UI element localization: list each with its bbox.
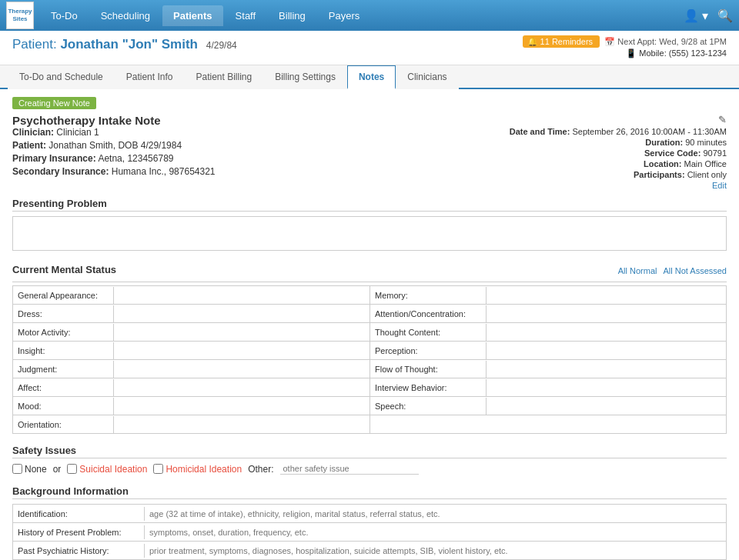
- ms-insight-input[interactable]: [113, 342, 370, 359]
- clinician-row: Clinician: Clinician 1: [12, 127, 216, 138]
- tab-billing-settings[interactable]: Billing Settings: [263, 65, 347, 89]
- ms-thought-content-input[interactable]: [486, 324, 726, 341]
- presenting-problem-input[interactable]: [12, 216, 727, 251]
- ms-row-speech: Speech:: [370, 397, 726, 415]
- ms-perception-input[interactable]: [486, 342, 726, 359]
- nav-payers[interactable]: Payers: [318, 5, 370, 26]
- patient-row: Patient: Jonathan Smith, DOB 4/29/1984: [12, 140, 216, 151]
- ms-row-perception: Perception:: [370, 342, 726, 360]
- patient-name-block: Patient: Jonathan "Jon" Smith 4/29/84: [12, 37, 237, 52]
- ms-row-flow-thought: Flow of Thought:: [370, 360, 726, 378]
- suicidal-label: Suicidal Ideation: [79, 464, 147, 475]
- ms-row-memory: Memory:: [370, 286, 726, 305]
- top-nav: TherapySites To-Do Scheduling Patients S…: [0, 0, 739, 31]
- nav-scheduling[interactable]: Scheduling: [90, 5, 161, 26]
- ms-row-thought-content: Thought Content:: [370, 323, 726, 342]
- nav-billing[interactable]: Billing: [268, 5, 316, 26]
- ms-motor-activity-input[interactable]: [113, 324, 370, 341]
- patient-header: Patient: Jonathan "Jon" Smith 4/29/84 🔔 …: [0, 31, 739, 65]
- bg-past-psych-input[interactable]: [144, 544, 726, 558]
- background-info-title: Background Information: [12, 485, 727, 499]
- ms-judgment-input[interactable]: [113, 361, 370, 378]
- nav-staff[interactable]: Staff: [225, 5, 267, 26]
- bg-row-past-psych: Past Psychiatric History:: [13, 542, 726, 560]
- other-label: Other:: [248, 464, 273, 475]
- nav-items: To-Do Scheduling Patients Staff Billing …: [40, 5, 684, 26]
- user-menu-icon[interactable]: 👤 ▾: [684, 8, 708, 23]
- ms-flow-thought-input[interactable]: [486, 361, 726, 378]
- ms-interview-behavior-input[interactable]: [486, 379, 726, 396]
- mental-status-grid: General Appearance: Dress: Motor Activit…: [12, 285, 727, 434]
- nav-patients[interactable]: Patients: [162, 5, 223, 26]
- phone-icon: 📱: [626, 48, 637, 58]
- primary-ins-row: Primary Insurance: Aetna, 123456789: [12, 153, 216, 164]
- tab-notes[interactable]: Notes: [347, 65, 396, 89]
- mental-status-links: All Normal All Not Assessed: [618, 266, 727, 275]
- tabs-bar: To-Do and Schedule Patient Info Patient …: [0, 65, 739, 89]
- background-info-section: Background Information Identification: H…: [12, 485, 727, 560]
- mental-status-section: Current Mental Status All Normal All Not…: [12, 264, 727, 434]
- note-title-block: Psychotherapy Intake Note Clinician: Cli…: [12, 114, 216, 183]
- ms-row-interview-behavior: Interview Behavior:: [370, 378, 726, 397]
- suicidal-check-item: Suicidal Ideation: [67, 464, 147, 475]
- ms-row-judgment: Judgment:: [13, 360, 370, 378]
- tab-clinicians[interactable]: Clinicians: [396, 65, 458, 89]
- ms-row-affect: Affect:: [13, 378, 370, 397]
- note-details: Clinician: Clinician 1 Patient: Jonathan…: [12, 127, 216, 177]
- nav-todo[interactable]: To-Do: [40, 5, 89, 26]
- ms-row-insight: Insight:: [13, 342, 370, 360]
- edit-link[interactable]: Edit: [712, 181, 727, 190]
- ms-right-col: Memory: Attention/Concentration: Thought…: [370, 286, 726, 434]
- search-icon[interactable]: 🔍: [717, 8, 733, 23]
- all-normal-link[interactable]: All Normal: [618, 266, 657, 275]
- ms-orientation-input[interactable]: [113, 416, 370, 433]
- ms-speech-input[interactable]: [486, 398, 726, 415]
- ms-row-orientation: Orientation:: [13, 415, 370, 434]
- ms-attention-input[interactable]: [486, 305, 726, 322]
- ms-memory-input[interactable]: [486, 287, 726, 304]
- note-meta: ✎ Date and Time: September 26, 2016 10:0…: [510, 114, 727, 192]
- edit-pencil-icon[interactable]: ✎: [718, 114, 727, 125]
- homicidal-checkbox[interactable]: [153, 464, 163, 474]
- patient-name: Patient: Jonathan "Jon" Smith 4/29/84: [12, 37, 237, 52]
- safety-issues-section: Safety Issues None or Suicidal Ideation …: [12, 445, 727, 475]
- ms-dress-input[interactable]: [113, 305, 370, 322]
- ms-row-dress: Dress:: [13, 305, 370, 323]
- nav-right: 👤 ▾ 🔍: [684, 8, 733, 23]
- ms-row-motor-activity: Motor Activity:: [13, 323, 370, 342]
- none-label: None: [25, 464, 47, 475]
- suicidal-checkbox[interactable]: [67, 464, 77, 474]
- ms-row-attention: Attention/Concentration:: [370, 305, 726, 323]
- none-check-item: None: [12, 464, 47, 475]
- content-area: Creating New Note Psychotherapy Intake N…: [0, 89, 739, 560]
- safety-issues-title: Safety Issues: [12, 445, 727, 458]
- presenting-problem-title: Presenting Problem: [12, 198, 727, 212]
- all-not-assessed-link[interactable]: All Not Assessed: [663, 266, 727, 275]
- ms-row-empty: [370, 415, 726, 434]
- tab-patient-info[interactable]: Patient Info: [115, 65, 185, 89]
- note-header: Psychotherapy Intake Note Clinician: Cli…: [12, 114, 727, 192]
- logo[interactable]: TherapySites: [6, 2, 34, 29]
- tab-todo-schedule[interactable]: To-Do and Schedule: [8, 65, 115, 89]
- reminders-badge[interactable]: 🔔 11 Reminders: [523, 35, 600, 48]
- ms-mood-input[interactable]: [113, 398, 370, 415]
- patient-header-right: 🔔 11 Reminders 📅 Next Appt: Wed, 9/28 at…: [523, 37, 727, 58]
- ms-general-appearance-input[interactable]: [113, 287, 370, 304]
- none-checkbox[interactable]: [12, 464, 22, 474]
- bg-history-input[interactable]: [144, 525, 726, 539]
- mental-status-header: Current Mental Status All Normal All Not…: [12, 264, 727, 277]
- safety-other-input[interactable]: [280, 463, 419, 475]
- mobile-info: 📱 Mobile: (555) 123-1234: [626, 48, 727, 58]
- bg-row-identification: Identification:: [13, 505, 726, 523]
- ms-row-mood: Mood:: [13, 397, 370, 415]
- next-appt: 📅 Next Appt: Wed, 9/28 at 1PM: [604, 37, 727, 46]
- presenting-problem-section: Presenting Problem: [12, 198, 727, 253]
- bg-identification-input[interactable]: [144, 507, 726, 521]
- tab-patient-billing[interactable]: Patient Billing: [184, 65, 263, 89]
- ms-affect-input[interactable]: [113, 379, 370, 396]
- secondary-ins-row: Secondary Insurance: Humana Inc., 987654…: [12, 166, 216, 177]
- creating-note-badge: Creating New Note: [12, 97, 96, 109]
- safety-row: None or Suicidal Ideation Homicidal Idea…: [12, 463, 727, 475]
- or-label: or: [53, 464, 62, 475]
- homicidal-check-item: Homicidal Ideation: [153, 464, 242, 475]
